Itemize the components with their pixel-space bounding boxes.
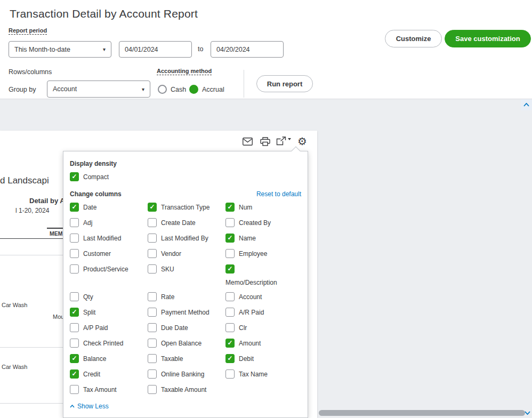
date-from-input[interactable] xyxy=(119,41,192,58)
checkbox-label: Payment Method xyxy=(161,308,209,317)
display-density-options: ✓Compact xyxy=(70,172,301,182)
page-title: Transaction Detail by Account Report xyxy=(10,7,198,20)
checkbox-label: Account xyxy=(239,292,262,302)
checkbox-checked-icon: ✓ xyxy=(225,354,235,363)
column-option-employee[interactable]: Employee xyxy=(225,249,302,264)
column-option-balance[interactable]: ✓Balance xyxy=(70,354,148,369)
group-by-label: Group by xyxy=(9,86,36,93)
chevron-up-small-icon xyxy=(70,405,75,408)
checkbox-unchecked-icon xyxy=(148,234,157,243)
checkbox-checked-icon: ✓ xyxy=(225,339,235,348)
column-option-debit[interactable]: ✓Debit xyxy=(225,354,302,369)
save-customization-button[interactable]: Save customization xyxy=(445,30,531,47)
column-option-adj[interactable]: Adj xyxy=(70,218,148,234)
accrual-radio[interactable]: Accrual xyxy=(189,85,224,94)
column-option-rate[interactable]: Rate xyxy=(148,292,225,308)
checkbox-label: A/P Paid xyxy=(83,323,108,333)
rows-columns-label: Rows/columns xyxy=(9,68,52,76)
gear-icon: ⚙ xyxy=(297,136,307,147)
date-to-input[interactable] xyxy=(211,41,284,58)
column-option-product-service[interactable]: Product/Service xyxy=(70,264,148,292)
column-option-online-banking[interactable]: Online Banking xyxy=(148,369,225,385)
column-checkbox-grid: ✓Date✓Transaction Type✓NumAdjCreate Date… xyxy=(70,203,301,400)
report-period-fragment: l 1-20, 2024 xyxy=(15,207,49,214)
table-header-top-rule xyxy=(47,228,63,229)
checkbox-label: Rate xyxy=(161,292,174,302)
email-icon xyxy=(243,138,253,146)
column-option-account[interactable]: Account xyxy=(225,292,302,308)
column-option-num[interactable]: ✓Num xyxy=(225,203,302,218)
radio-unselected-icon xyxy=(158,85,167,94)
column-option-date[interactable]: ✓Date xyxy=(70,203,148,218)
column-option-open-balance[interactable]: Open Balance xyxy=(148,339,225,354)
horizontal-scrollbar-thumb[interactable] xyxy=(319,410,525,416)
density-option-compact[interactable]: ✓Compact xyxy=(70,172,301,182)
column-option-created-by[interactable]: Created By xyxy=(225,218,302,234)
column-option-qty[interactable]: Qty xyxy=(70,292,148,308)
radio-selected-icon xyxy=(189,85,198,94)
checkbox-label: Last Modified xyxy=(83,234,121,243)
checkbox-unchecked-icon xyxy=(148,292,157,301)
cash-radio[interactable]: Cash xyxy=(158,85,186,94)
table-row-rule xyxy=(0,255,63,255)
export-button[interactable] xyxy=(276,134,291,148)
collapse-header-button[interactable] xyxy=(521,99,532,110)
checkbox-checked-icon: ✓ xyxy=(148,203,157,212)
settings-button[interactable]: ⚙ xyxy=(296,134,309,148)
table-cell-account: Car Wash xyxy=(2,302,28,308)
checkbox-label: Online Banking xyxy=(161,369,204,379)
chevron-down-icon xyxy=(525,411,530,415)
checkbox-checked-icon: ✓ xyxy=(70,172,79,181)
reset-to-default-link[interactable]: Reset to default xyxy=(256,190,301,198)
chevron-up-icon xyxy=(523,103,529,107)
checkbox-unchecked-icon xyxy=(225,369,235,379)
checkbox-unchecked-icon xyxy=(225,218,235,227)
caret-down-icon xyxy=(288,138,291,140)
column-option-customer[interactable]: Customer xyxy=(70,249,148,264)
checkbox-label: Vendor xyxy=(161,249,181,259)
print-button[interactable] xyxy=(259,134,271,148)
column-option-split[interactable]: ✓Split xyxy=(70,308,148,323)
column-option-payment-method[interactable]: Payment Method xyxy=(148,308,225,323)
report-toolbar: ⚙ xyxy=(241,134,309,148)
column-option-tax-amount[interactable]: Tax Amount xyxy=(70,385,148,400)
column-option-transaction-type[interactable]: ✓Transaction Type xyxy=(148,203,225,218)
email-button[interactable] xyxy=(241,134,254,148)
column-option-create-date[interactable]: Create Date xyxy=(148,218,225,234)
checkbox-checked-icon: ✓ xyxy=(70,369,79,379)
table-cell-account: Car Wash xyxy=(2,364,28,370)
checkbox-unchecked-icon xyxy=(225,249,235,258)
column-option-clr[interactable]: Clr xyxy=(225,323,302,339)
checkbox-label: Name xyxy=(239,234,256,243)
checkbox-label: Date xyxy=(83,203,96,212)
show-less-link[interactable]: Show Less xyxy=(70,403,301,410)
checkbox-label: Due Date xyxy=(161,323,188,333)
column-option-memo-description[interactable]: ✓Memo/Description xyxy=(225,264,302,287)
column-option-tax-name[interactable]: Tax Name xyxy=(225,369,302,385)
checkbox-checked-icon: ✓ xyxy=(225,264,235,274)
column-option-name[interactable]: ✓Name xyxy=(225,234,302,249)
column-option-a-p-paid[interactable]: A/P Paid xyxy=(70,323,148,339)
checkbox-label: Clr xyxy=(239,323,247,333)
column-option-amount[interactable]: ✓Amount xyxy=(225,339,302,354)
column-option-vendor[interactable]: Vendor xyxy=(148,249,225,264)
column-option-credit[interactable]: ✓Credit xyxy=(70,369,148,385)
column-option-sku[interactable]: SKU xyxy=(148,264,225,292)
run-report-button[interactable]: Run report xyxy=(256,75,313,92)
column-option-check-printed[interactable]: Check Printed xyxy=(70,339,148,354)
checkbox-label: Num xyxy=(239,203,252,212)
group-by-select[interactable]: Account ▾ xyxy=(47,81,150,98)
scroll-down-button[interactable] xyxy=(523,409,531,417)
column-option-last-modified-by[interactable]: Last Modified By xyxy=(148,234,225,249)
column-option-due-date[interactable]: Due Date xyxy=(148,323,225,339)
customize-button[interactable]: Customize xyxy=(385,30,442,47)
column-option-a-r-paid[interactable]: A/R Paid xyxy=(225,308,302,323)
column-option-taxable[interactable]: Taxable xyxy=(148,354,225,369)
column-option-last-modified[interactable]: Last Modified xyxy=(70,234,148,249)
report-period-select[interactable]: This Month-to-date ▾ xyxy=(9,41,111,58)
column-option-taxable-amount[interactable]: Taxable Amount xyxy=(148,385,225,400)
checkbox-label: Split xyxy=(83,308,95,317)
checkbox-label: Customer xyxy=(83,249,111,259)
checkbox-unchecked-icon xyxy=(148,339,157,348)
checkbox-checked-icon: ✓ xyxy=(225,203,235,212)
